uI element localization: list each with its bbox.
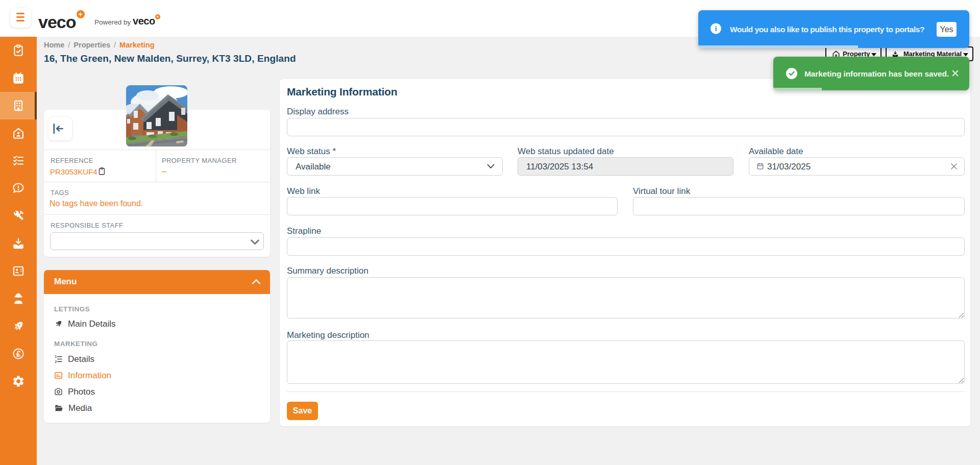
svg-text:2: 2 (55, 360, 57, 363)
svg-text:1: 1 (55, 355, 57, 358)
